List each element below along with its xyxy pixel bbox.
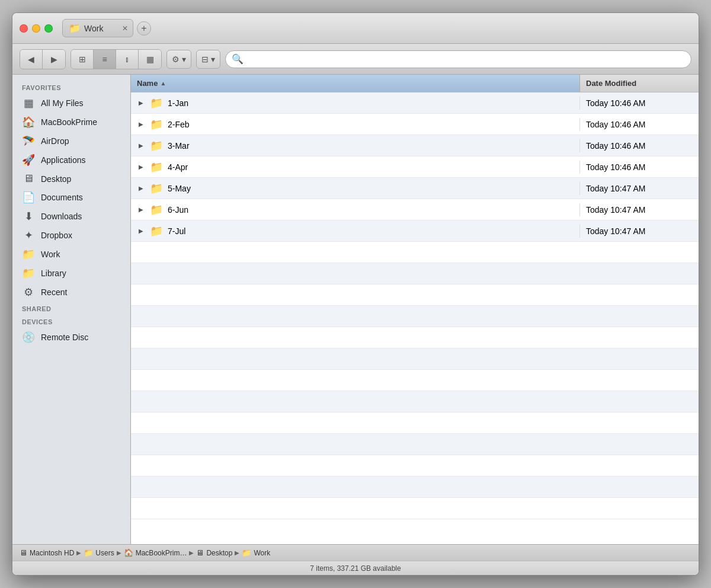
search-input[interactable]	[247, 55, 685, 63]
grid-icon: ⊞	[79, 55, 86, 64]
file-cell-name: ▶ 📁 5-May	[131, 182, 580, 195]
file-cell-name: ▶ 📁 2-Feb	[131, 118, 580, 131]
table-row[interactable]: ▶ 📁 3-Mar Today 10:46 AM	[131, 135, 699, 156]
breadcrumb-item[interactable]: 📁 Work	[242, 548, 270, 557]
sidebar-label-work: Work	[41, 250, 60, 259]
file-cell-date: Today 10:46 AM	[580, 141, 699, 151]
breadcrumb-item[interactable]: 🏠 MacBookPrim…	[124, 548, 187, 557]
expand-arrow[interactable]: ▶	[137, 100, 145, 106]
arrange-button[interactable]: ⊟ ▾	[196, 50, 220, 69]
sidebar-item-airdrop[interactable]: 🪂 AirDrop	[12, 132, 130, 151]
breadcrumb-arrow: ▶	[117, 549, 121, 556]
col-date-label: Date Modified	[586, 79, 636, 88]
file-name: 3-Mar	[168, 141, 190, 151]
table-row[interactable]: ▶ 📁 4-Apr Today 10:46 AM	[131, 156, 699, 178]
expand-arrow[interactable]: ▶	[137, 185, 145, 191]
file-cell-name: ▶ 📁 4-Apr	[131, 161, 580, 174]
folder-icon: 📁	[150, 182, 163, 195]
sidebar-item-all-my-files[interactable]: ▦ All My Files	[12, 94, 130, 113]
sidebar-item-macbookprime[interactable]: 🏠 MacBookPrime	[12, 113, 130, 132]
search-icon: 🔍	[232, 53, 244, 65]
file-cell-date: Today 10:46 AM	[580, 120, 699, 129]
status-bar: 7 items, 337.21 GB available	[12, 561, 699, 575]
sidebar-item-applications[interactable]: 🚀 Applications	[12, 151, 130, 170]
tab-close-button[interactable]: ✕	[122, 24, 128, 33]
col-header-date[interactable]: Date Modified	[580, 75, 699, 92]
view-cover-button[interactable]: ▦	[139, 50, 161, 69]
sidebar-item-desktop[interactable]: 🖥 Desktop	[12, 170, 130, 188]
expand-arrow[interactable]: ▶	[137, 206, 145, 213]
table-row[interactable]: ▶ 📁 1-Jan Today 10:46 AM	[131, 92, 699, 114]
minimize-button[interactable]	[32, 24, 40, 33]
file-name: 7-Jul	[168, 226, 185, 236]
col-name-label: Name	[137, 79, 158, 88]
view-list-button[interactable]: ≡	[94, 50, 116, 69]
action-button[interactable]: ⚙ ▾	[166, 50, 191, 69]
back-button[interactable]: ◀	[20, 50, 43, 69]
sidebar-item-documents[interactable]: 📄 Documents	[12, 188, 130, 207]
folder-icon: 📁	[150, 225, 163, 238]
action-dropdown-arrow: ▾	[182, 55, 186, 64]
sidebar-item-downloads[interactable]: ⬇ Downloads	[12, 207, 130, 226]
forward-icon: ▶	[51, 55, 57, 64]
file-cell-name: ▶ 📁 6-Jun	[131, 203, 580, 216]
tab-title: Work	[84, 24, 103, 33]
file-cell-date: Today 10:46 AM	[580, 98, 699, 108]
forward-button[interactable]: ▶	[43, 50, 65, 69]
sidebar-label-documents: Documents	[41, 193, 83, 202]
expand-arrow[interactable]: ▶	[137, 228, 145, 234]
empty-row	[131, 285, 699, 306]
sidebar-item-remote-disc[interactable]: 💿 Remote Disc	[12, 328, 130, 347]
breadcrumb-label: Users	[95, 549, 114, 557]
table-row[interactable]: ▶ 📁 2-Feb Today 10:46 AM	[131, 114, 699, 135]
status-text: 7 items, 337.21 GB available	[310, 564, 401, 573]
expand-arrow[interactable]: ▶	[137, 142, 145, 149]
active-tab[interactable]: 📁 Work ✕	[62, 19, 133, 37]
sidebar-item-work[interactable]: 📁 Work	[12, 245, 130, 264]
search-bar[interactable]: 🔍	[225, 50, 691, 68]
sidebar-label-remote-disc: Remote Disc	[41, 333, 88, 342]
documents-icon: 📄	[22, 191, 35, 204]
view-icon-button[interactable]: ⊞	[71, 50, 94, 69]
file-name: 5-May	[168, 184, 191, 193]
file-cell-date: Today 10:46 AM	[580, 162, 699, 172]
sidebar-item-dropbox[interactable]: ✦ Dropbox	[12, 226, 130, 245]
breadcrumb-item[interactable]: 📁 Users	[84, 548, 114, 557]
table-row[interactable]: ▶ 📁 7-Jul Today 10:47 AM	[131, 220, 699, 242]
desktop-icon: 🖥	[22, 172, 35, 185]
toolbar: ◀ ▶ ⊞ ≡ ⫾ ▦ ⚙ ▾ ⊟ ▾	[12, 44, 699, 75]
empty-row	[131, 498, 699, 519]
expand-arrow[interactable]: ▶	[137, 164, 145, 170]
file-name: 6-Jun	[168, 205, 188, 215]
breadcrumb-item[interactable]: 🖥 Macintosh HD	[20, 548, 74, 557]
sidebar-label-macbookprime: MacBookPrime	[41, 117, 97, 127]
breadcrumb-label: Macintosh HD	[30, 549, 74, 557]
file-cell-name: ▶ 📁 1-Jan	[131, 97, 580, 110]
sidebar-label-dropbox: Dropbox	[41, 231, 72, 240]
sort-arrow: ▲	[160, 80, 166, 87]
column-icon: ⫾	[125, 55, 129, 64]
breadcrumb-item[interactable]: 🖥 Desktop	[196, 548, 232, 557]
new-tab-button[interactable]: +	[137, 21, 151, 36]
folder-icon: 📁	[150, 139, 163, 152]
back-icon: ◀	[28, 55, 34, 64]
view-column-button[interactable]: ⫾	[116, 50, 139, 69]
dropbox-icon: ✦	[22, 229, 35, 242]
sidebar: FAVORITES ▦ All My Files 🏠 MacBookPrime …	[12, 75, 131, 544]
sidebar-item-library[interactable]: 📁 Library	[12, 264, 130, 283]
close-button[interactable]	[20, 24, 28, 33]
breadcrumb-icon: 📁	[84, 548, 93, 557]
table-row[interactable]: ▶ 📁 5-May Today 10:47 AM	[131, 178, 699, 199]
maximize-button[interactable]	[44, 24, 53, 33]
all-my-files-icon: ▦	[22, 97, 35, 110]
file-cell-date: Today 10:47 AM	[580, 205, 699, 215]
sidebar-item-recent[interactable]: ⚙ Recent	[12, 283, 130, 302]
file-pane: Name ▲ Date Modified ▶ 📁 1-Jan Today 10:…	[131, 75, 699, 544]
sidebar-label-recent: Recent	[41, 287, 67, 297]
macbookprime-icon: 🏠	[22, 116, 35, 129]
col-header-name[interactable]: Name ▲	[131, 75, 580, 92]
breadcrumb-label: MacBookPrim…	[136, 549, 187, 557]
expand-arrow[interactable]: ▶	[137, 121, 145, 127]
table-row[interactable]: ▶ 📁 6-Jun Today 10:47 AM	[131, 199, 699, 220]
file-cell-date: Today 10:47 AM	[580, 184, 699, 193]
